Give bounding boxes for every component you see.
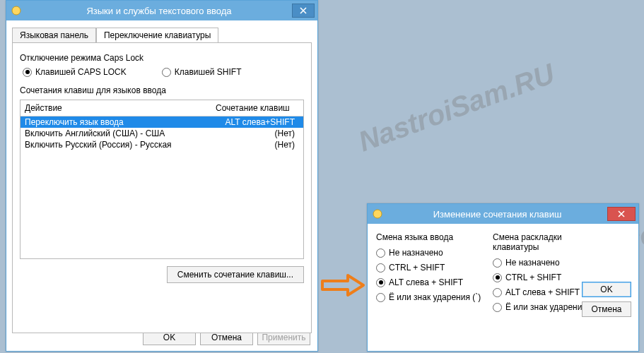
tab-keyboard-switch[interactable]: Переключение клавиатуры xyxy=(96,28,218,42)
radio-lang-ctrlshift[interactable]: CTRL + SHIFT xyxy=(376,263,493,273)
radio-label: CTRL + SHIFT xyxy=(389,263,445,273)
radio-label: Не назначено xyxy=(505,258,560,268)
cell-keys: (Нет) xyxy=(207,140,299,150)
radio-icon xyxy=(376,293,385,302)
radio-lang-none[interactable]: Не назначено xyxy=(376,248,493,258)
list-header: Действие Сочетание клавиш xyxy=(21,100,303,116)
radio-icon xyxy=(493,273,502,282)
radio-label: CTRL + SHIFT xyxy=(505,273,561,282)
dialog-buttons: OK Отмена xyxy=(582,277,631,317)
radio-lang-altshift[interactable]: ALT слева + SHIFT xyxy=(376,277,493,287)
radio-label: ALT слева + SHIFT xyxy=(389,277,463,287)
svg-point-0 xyxy=(12,6,21,15)
ok-button[interactable]: OK xyxy=(582,282,631,297)
radio-label: ALT слева + SHIFT xyxy=(505,287,580,297)
radio-icon xyxy=(493,303,502,312)
radio-shift-key[interactable]: Клавишей SHIFT xyxy=(162,67,242,77)
change-hotkey-button[interactable]: Сменить сочетание клавиш... xyxy=(167,266,304,283)
titlebar[interactable]: Изменение сочетания клавиш xyxy=(368,204,638,224)
cell-keys: (Нет) xyxy=(207,128,299,138)
group-heading: Смена языка ввода xyxy=(376,232,493,242)
dialog-change-hotkey: Изменение сочетания клавиш Смена языка в… xyxy=(367,203,639,352)
radio-icon xyxy=(376,263,385,273)
window-title: Языки и службы текстового ввода xyxy=(26,6,292,16)
col-action: Действие xyxy=(21,100,211,116)
cell-action: Включить Английский (США) - США xyxy=(25,128,207,138)
radio-label: Клавишей SHIFT xyxy=(175,67,242,77)
app-icon xyxy=(11,5,22,16)
radio-label: Ё или знак ударения (`) xyxy=(389,292,481,302)
hotkeys-group-label: Сочетания клавиш для языков ввода xyxy=(20,85,304,95)
close-icon xyxy=(618,210,625,217)
titlebar[interactable]: Языки и службы текстового ввода xyxy=(6,1,317,20)
radio-lang-grave[interactable]: Ё или знак ударения (`) xyxy=(376,292,493,302)
group-input-language: Смена языка ввода Не назначено CTRL + SH… xyxy=(376,231,493,317)
radio-icon xyxy=(493,288,502,297)
radio-layout-none[interactable]: Не назначено xyxy=(493,258,609,268)
svg-point-1 xyxy=(373,210,382,218)
group-heading: Смена раскладки клавиатуры xyxy=(493,232,609,252)
radio-icon xyxy=(162,68,171,77)
watermark: NastroiSam.RU xyxy=(354,58,558,158)
capslock-group-label: Отключение режима Caps Lock xyxy=(20,53,304,63)
radio-label: Не назначено xyxy=(389,248,443,258)
cell-action: Переключить язык ввода xyxy=(25,117,207,127)
dialog-text-services: Языки и службы текстового ввода Языковая… xyxy=(6,0,318,352)
col-keys: Сочетание клавиш xyxy=(211,100,303,116)
radio-capslock-key[interactable]: Клавишей CAPS LOCK xyxy=(23,67,127,77)
close-button[interactable] xyxy=(607,207,636,221)
radio-icon xyxy=(23,68,32,77)
tab-strip: Языковая панельПереключение клавиатуры xyxy=(12,28,312,43)
radio-icon xyxy=(376,278,385,287)
cancel-button[interactable]: Отмена xyxy=(582,301,631,317)
hotkeys-list[interactable]: Действие Сочетание клавиш Переключить яз… xyxy=(20,100,304,259)
tab-language-panel[interactable]: Языковая панель xyxy=(12,28,96,42)
app-icon xyxy=(372,208,383,220)
annotation-arrow-icon xyxy=(321,271,366,301)
radio-icon xyxy=(376,249,385,258)
cell-action: Включить Русский (Россия) - Русская xyxy=(25,140,207,150)
window-title: Изменение сочетания клавиш xyxy=(387,209,607,220)
list-item[interactable]: Включить Английский (США) - США (Нет) xyxy=(21,128,303,139)
radio-label: Клавишей CAPS LOCK xyxy=(35,67,127,77)
close-icon xyxy=(300,7,307,14)
radio-icon xyxy=(493,258,502,268)
list-item[interactable]: Переключить язык ввода ALT слева+SHIFT xyxy=(21,116,303,128)
cell-keys: ALT слева+SHIFT xyxy=(207,117,299,127)
list-item[interactable]: Включить Русский (Россия) - Русская (Нет… xyxy=(21,139,303,150)
close-button[interactable] xyxy=(292,4,315,18)
tab-page-keyboard-switch: Отключение режима Caps Lock Клавишей CAP… xyxy=(12,42,312,333)
